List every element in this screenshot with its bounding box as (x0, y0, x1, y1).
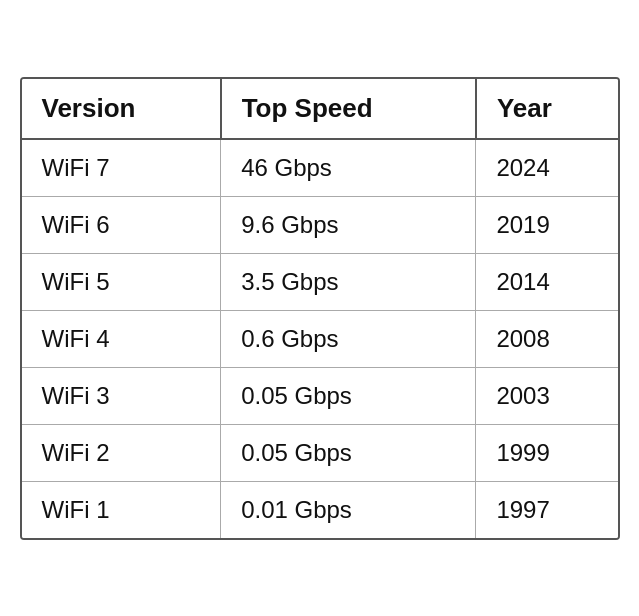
column-header-top-speed: Top Speed (221, 79, 476, 139)
cell-version: WiFi 1 (22, 481, 221, 538)
table-row: WiFi 53.5 Gbps2014 (22, 253, 618, 310)
column-header-version: Version (22, 79, 221, 139)
cell-version: WiFi 3 (22, 367, 221, 424)
cell-version: WiFi 6 (22, 196, 221, 253)
column-header-year: Year (476, 79, 618, 139)
cell-year: 2003 (476, 367, 618, 424)
cell-year: 2008 (476, 310, 618, 367)
table-row: WiFi 30.05 Gbps2003 (22, 367, 618, 424)
cell-year: 2024 (476, 139, 618, 197)
table-row: WiFi 20.05 Gbps1999 (22, 424, 618, 481)
cell-top-speed: 3.5 Gbps (221, 253, 476, 310)
wifi-table-wrapper: Version Top Speed Year WiFi 746 Gbps2024… (20, 77, 620, 540)
cell-top-speed: 0.05 Gbps (221, 367, 476, 424)
table-row: WiFi 69.6 Gbps2019 (22, 196, 618, 253)
cell-top-speed: 0.01 Gbps (221, 481, 476, 538)
cell-version: WiFi 7 (22, 139, 221, 197)
cell-version: WiFi 5 (22, 253, 221, 310)
cell-top-speed: 0.6 Gbps (221, 310, 476, 367)
table-header-row: Version Top Speed Year (22, 79, 618, 139)
table-row: WiFi 10.01 Gbps1997 (22, 481, 618, 538)
table-row: WiFi 40.6 Gbps2008 (22, 310, 618, 367)
cell-year: 2014 (476, 253, 618, 310)
cell-year: 1999 (476, 424, 618, 481)
wifi-table: Version Top Speed Year WiFi 746 Gbps2024… (22, 79, 618, 538)
cell-version: WiFi 2 (22, 424, 221, 481)
cell-top-speed: 0.05 Gbps (221, 424, 476, 481)
cell-year: 1997 (476, 481, 618, 538)
cell-top-speed: 9.6 Gbps (221, 196, 476, 253)
cell-year: 2019 (476, 196, 618, 253)
cell-top-speed: 46 Gbps (221, 139, 476, 197)
table-row: WiFi 746 Gbps2024 (22, 139, 618, 197)
cell-version: WiFi 4 (22, 310, 221, 367)
